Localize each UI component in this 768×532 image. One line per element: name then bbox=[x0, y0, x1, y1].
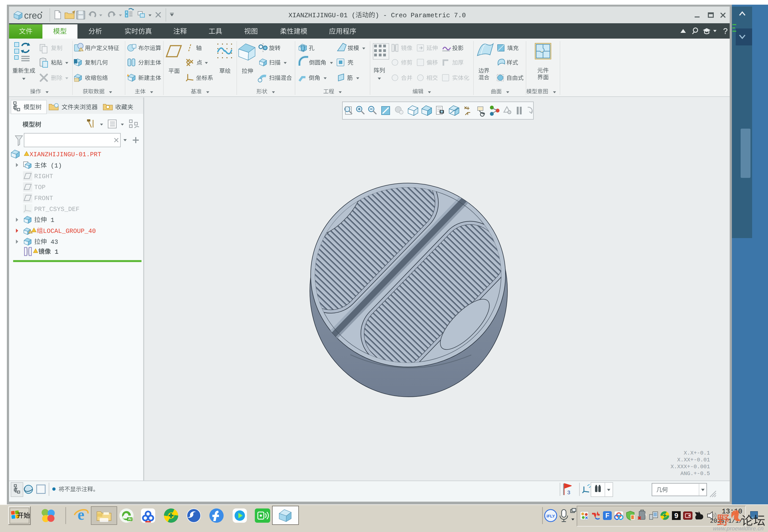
svg-text:3: 3 bbox=[567, 490, 570, 496]
svg-text:X.XXX+-0.001: X.XXX+-0.001 bbox=[671, 464, 710, 470]
svg-text:www.proewildfire.cn: www.proewildfire.cn bbox=[713, 525, 764, 531]
svg-text:e: e bbox=[78, 506, 85, 523]
svg-text:iFLY: iFLY bbox=[546, 514, 555, 518]
svg-text:AI: AI bbox=[128, 517, 131, 521]
svg-text:X.XX+-0.01: X.XX+-0.01 bbox=[677, 457, 710, 463]
svg-text:9: 9 bbox=[674, 511, 678, 520]
svg-text:ANG.+-0.5: ANG.+-0.5 bbox=[680, 470, 710, 477]
svg-text:X.X+-0.1: X.X+-0.1 bbox=[684, 450, 710, 456]
svg-text:F: F bbox=[605, 512, 610, 519]
